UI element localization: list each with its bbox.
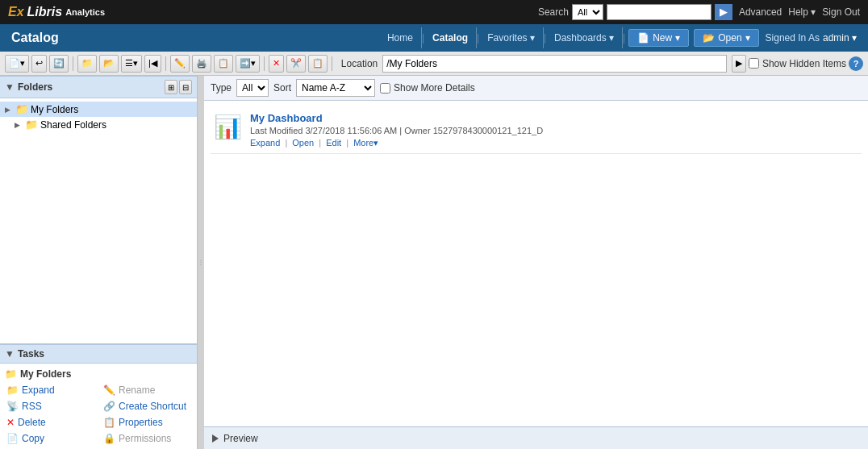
toolbar-separator-2 xyxy=(165,56,166,71)
show-more-label: Show More Details xyxy=(394,82,475,94)
task-create-shortcut[interactable]: 🔗 Create Shortcut xyxy=(102,399,192,414)
location-label: Location xyxy=(341,58,378,69)
new-folder-button[interactable]: 📁 xyxy=(77,55,97,73)
copy-button-toolbar[interactable]: 📋 xyxy=(214,55,233,73)
help-button[interactable]: ? xyxy=(849,56,863,71)
task-shortcut-icon: 🔗 xyxy=(103,401,115,412)
item-title[interactable]: My Dashboard xyxy=(250,112,543,124)
signed-in-user[interactable]: admin ▾ xyxy=(823,32,857,44)
top-navigation-bar: ExLibris Analytics Search All ▶ Advanced… xyxy=(0,0,868,24)
action-open[interactable]: Open xyxy=(292,138,314,148)
search-section: Search All ▶ xyxy=(538,4,732,20)
logo-ex: Ex xyxy=(8,5,24,19)
view-button[interactable]: ☰▾ xyxy=(121,55,142,73)
task-copy[interactable]: 📄 Copy xyxy=(5,431,95,446)
new-item-button[interactable]: 📄▾ xyxy=(5,55,29,73)
task-properties[interactable]: 📋 Properties xyxy=(102,415,192,430)
nav-catalog[interactable]: Catalog xyxy=(424,27,477,48)
advanced-link[interactable]: Advanced xyxy=(739,6,782,18)
action-edit[interactable]: Edit xyxy=(326,138,341,148)
tasks-title: Tasks xyxy=(18,348,44,360)
nav-dashboards[interactable]: Dashboards ▾ xyxy=(546,27,623,48)
task-permissions: 🔒 Permissions xyxy=(102,431,192,446)
edit-button[interactable]: ✏️ xyxy=(170,55,190,73)
resize-handle[interactable]: ⋮ xyxy=(198,76,204,449)
nav-favorites[interactable]: Favorites ▾ xyxy=(479,27,544,48)
action-expand[interactable]: Expand xyxy=(250,138,280,148)
toolbar-separator-4 xyxy=(332,56,332,71)
delete-button-toolbar[interactable]: ✕ xyxy=(269,55,284,73)
show-more-checkbox[interactable] xyxy=(380,83,390,94)
folders-collapse-btn[interactable]: ⊟ xyxy=(179,80,192,94)
show-more-checkbox-group: Show More Details xyxy=(380,82,475,94)
task-permissions-icon: 🔒 xyxy=(103,433,115,444)
task-expand[interactable]: 📁 Expand xyxy=(5,383,95,397)
owner: Owner 1527978430000121_121_D xyxy=(404,126,543,135)
item-meta: Last Modified 3/27/2018 11:56:06 AM | Ow… xyxy=(250,126,543,135)
folders-header-buttons: ⊞ ⊟ xyxy=(165,80,192,94)
sort-select[interactable]: Name A-Z Name Z-A Last Modified xyxy=(296,79,375,97)
tree-item-shared-folders[interactable]: ▶ 📁 Shared Folders xyxy=(0,117,197,132)
search-input[interactable] xyxy=(607,4,712,20)
new-button[interactable]: 📄 New ▾ xyxy=(628,29,689,47)
task-rss-icon: 📡 xyxy=(6,401,19,412)
refresh-button[interactable]: 🔄 xyxy=(49,55,69,73)
tasks-panel: ▼ Tasks 📁 My Folders 📁 Expand ✏️ Rena xyxy=(0,343,197,449)
folders-expand-btn[interactable]: ⊞ xyxy=(165,80,177,94)
signed-in-section: Signed In As admin ▾ xyxy=(766,32,857,44)
toolbar-btn-5[interactable]: |◀ xyxy=(144,55,161,73)
new-icon: 📄 xyxy=(637,32,649,44)
type-label: Type xyxy=(211,82,232,94)
toolbar-separator-3 xyxy=(264,56,265,71)
folders-header-left: ▼ Folders xyxy=(5,81,52,93)
help-link[interactable]: Help ▾ xyxy=(788,6,816,18)
folders-title: Folders xyxy=(18,81,52,93)
preview-bar[interactable]: Preview xyxy=(204,426,868,449)
nav-home[interactable]: Home xyxy=(379,27,422,48)
tasks-content: 📁 My Folders 📁 Expand ✏️ Rename 📡 RSS xyxy=(0,364,197,449)
folders-section-header: ▼ Folders ⊞ ⊟ xyxy=(0,76,197,98)
main-content-area: ▼ Folders ⊞ ⊟ ▶ 📁 My Folders ▶ 📁 Shared … xyxy=(0,76,868,449)
location-bar: Location ▶ xyxy=(341,55,746,73)
search-go-button[interactable]: ▶ xyxy=(715,4,732,20)
dashboard-icon: 📊 xyxy=(214,114,242,140)
signout-link[interactable]: Sign Out xyxy=(822,6,860,18)
tasks-collapse-icon[interactable]: ▼ xyxy=(5,348,15,360)
task-rss[interactable]: 📡 RSS xyxy=(5,399,95,414)
tasks-section-header: ▼ Tasks xyxy=(0,344,197,364)
type-select[interactable]: All xyxy=(236,79,269,97)
back-button[interactable]: ↩ xyxy=(31,55,47,73)
logo-analytics: Analytics xyxy=(65,7,105,17)
task-copy-icon: 📄 xyxy=(6,433,19,444)
move-button[interactable]: ➡️▾ xyxy=(236,55,260,73)
location-input[interactable] xyxy=(382,55,727,73)
folders-collapse-icon[interactable]: ▼ xyxy=(5,81,15,93)
show-hidden-checkbox[interactable] xyxy=(749,58,759,69)
preview-label: Preview xyxy=(223,433,258,444)
paste-button[interactable]: 📋 xyxy=(308,55,328,73)
folder-icon-my-folders: 📁 xyxy=(15,103,28,115)
tasks-folder-name: 📁 My Folders xyxy=(5,367,192,383)
toolbar-separator-1 xyxy=(73,56,73,71)
print-button[interactable]: 🖨️ xyxy=(192,55,211,73)
tree-label-my-folders: My Folders xyxy=(31,104,78,115)
item-details: My Dashboard Last Modified 3/27/2018 11:… xyxy=(250,112,543,148)
content-area: 📊 My Dashboard Last Modified 3/27/2018 1… xyxy=(204,101,868,426)
item-row: 📊 My Dashboard Last Modified 3/27/2018 1… xyxy=(211,107,862,154)
search-scope-select[interactable]: All xyxy=(572,4,603,20)
cut-button[interactable]: ✂️ xyxy=(286,55,306,73)
folder-tree: ▶ 📁 My Folders ▶ 📁 Shared Folders xyxy=(0,98,197,343)
main-navigation: Home | Catalog | Favorites ▾ | Dashboard… xyxy=(379,27,857,48)
open-button[interactable]: 📂 Open ▾ xyxy=(694,29,758,47)
tree-arrow-my-folders: ▶ xyxy=(5,106,13,114)
show-hidden-checkbox-group: Show Hidden Items xyxy=(749,58,846,69)
task-delete-icon: ✕ xyxy=(6,417,15,428)
show-hidden-label: Show Hidden Items xyxy=(762,58,846,69)
new-folder2-button[interactable]: 📂 xyxy=(99,55,119,73)
location-go-button[interactable]: ▶ xyxy=(732,55,746,73)
tree-item-my-folders[interactable]: ▶ 📁 My Folders xyxy=(0,102,197,117)
open-icon: 📂 xyxy=(703,32,715,44)
action-more[interactable]: More▾ xyxy=(353,138,378,148)
left-panel: ▼ Folders ⊞ ⊟ ▶ 📁 My Folders ▶ 📁 Shared … xyxy=(0,76,198,449)
task-delete[interactable]: ✕ Delete xyxy=(5,415,95,430)
